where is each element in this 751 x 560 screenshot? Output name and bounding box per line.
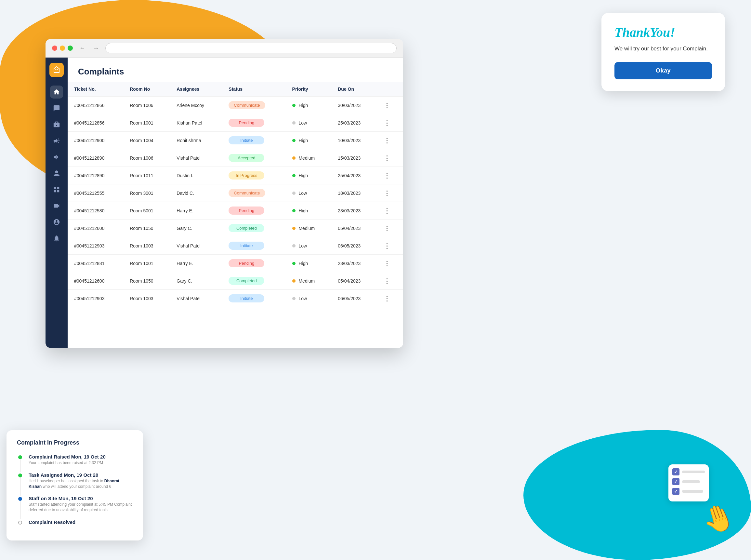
browser-chrome: ← → <box>45 39 403 58</box>
sidebar-item-user[interactable] <box>50 216 63 228</box>
cell-due: 05/04/2023 <box>331 220 377 237</box>
forward-button[interactable]: → <box>90 44 101 53</box>
sidebar-item-bell[interactable] <box>50 232 63 245</box>
cell-priority: Low <box>286 290 331 307</box>
main-content: Complaints Ticket No. Room No Assignees … <box>68 58 403 348</box>
timeline-content: Complaint Raised Mon, 19 Oct 20 Your com… <box>28 454 133 472</box>
timeline-line <box>20 459 20 472</box>
cell-more: ⋮ <box>377 237 403 255</box>
cell-status: Communicate <box>222 184 285 202</box>
sidebar-item-video[interactable] <box>50 199 63 212</box>
check-line-3 <box>682 490 703 493</box>
more-button[interactable]: ⋮ <box>384 242 391 250</box>
cell-more: ⋮ <box>377 167 403 184</box>
priority-dot <box>292 262 296 265</box>
sidebar-item-home[interactable] <box>50 85 63 99</box>
more-button[interactable]: ⋮ <box>384 137 391 144</box>
more-button[interactable]: ⋮ <box>384 224 391 232</box>
cell-status: Initiate <box>222 132 285 149</box>
table-row: #00451212881 Room 1001 Harry E. Pending … <box>68 255 403 272</box>
status-badge: Completed <box>228 277 264 285</box>
cell-assignee: Dustin I. <box>170 167 222 184</box>
address-bar[interactable] <box>105 43 397 53</box>
more-button[interactable]: ⋮ <box>384 260 391 267</box>
page-title: Complaints <box>78 67 393 77</box>
timeline-step-subtitle: Staff started attending your complaint a… <box>28 502 133 513</box>
timeline-step-title: Staff on Site Mon, 19 Oct 20 <box>28 496 133 501</box>
cell-room: Room 1011 <box>123 167 170 184</box>
status-badge: In Progress <box>228 172 264 180</box>
cell-assignee: Harry E. <box>170 202 222 220</box>
cell-ticket: #00451212903 <box>68 290 123 307</box>
col-actions <box>377 82 403 97</box>
more-button[interactable]: ⋮ <box>384 154 391 162</box>
sidebar <box>45 58 68 348</box>
priority-dot <box>292 244 296 247</box>
sidebar-item-grid[interactable] <box>50 183 63 196</box>
progress-card-title: Complaint In Progress <box>17 439 133 446</box>
timeline-left <box>17 496 23 519</box>
timeline-step-title: Complaint Raised Mon, 19 Oct 20 <box>28 454 133 460</box>
cell-due: 25/04/2023 <box>331 167 377 184</box>
cell-room: Room 1001 <box>123 255 170 272</box>
timeline-item: Complaint Raised Mon, 19 Oct 20 Your com… <box>17 454 133 472</box>
more-button[interactable]: ⋮ <box>384 189 391 197</box>
cell-assignee: Harry E. <box>170 255 222 272</box>
sidebar-item-megaphone2[interactable] <box>50 151 63 164</box>
more-button[interactable]: ⋮ <box>384 101 391 109</box>
timeline-line <box>20 477 20 496</box>
dot-red[interactable] <box>52 45 57 51</box>
sidebar-item-chat[interactable] <box>50 102 63 115</box>
table-header-row: Ticket No. Room No Assignees Status Prio… <box>68 82 403 97</box>
priority-dot <box>292 297 296 300</box>
status-badge: Communicate <box>228 189 265 197</box>
timeline-step-subtitle: Hed Housekeeper has assigned the task to… <box>28 478 133 489</box>
cell-due: 06/05/2023 <box>331 290 377 307</box>
timeline-item: Task Assigned Mon, 19 Oct 20 Hed Houseke… <box>17 472 133 496</box>
cell-assignee: David C. <box>170 184 222 202</box>
timeline-item: Complaint Resolved <box>17 519 133 532</box>
complaints-table: Ticket No. Room No Assignees Status Prio… <box>68 82 403 307</box>
more-button[interactable]: ⋮ <box>384 295 391 302</box>
okay-button[interactable]: Okay <box>614 62 712 79</box>
browser-nav: ← → <box>77 44 101 53</box>
priority-dot <box>292 192 296 195</box>
cell-more: ⋮ <box>377 272 403 290</box>
priority-dot <box>292 121 296 124</box>
timeline-left <box>17 454 23 472</box>
dot-green[interactable] <box>68 45 73 51</box>
timeline-content: Staff on Site Mon, 19 Oct 20 Staff start… <box>28 496 133 519</box>
cell-status: In Progress <box>222 167 285 184</box>
more-button[interactable]: ⋮ <box>384 277 391 285</box>
status-badge: Initiate <box>228 242 264 250</box>
more-button[interactable]: ⋮ <box>384 119 391 127</box>
table-row: #00451212600 Room 1050 Gary C. Completed… <box>68 272 403 290</box>
col-status: Status <box>222 82 285 97</box>
cell-status: Initiate <box>222 237 285 255</box>
table-row: #00451212866 Room 1006 Ariene Mccoy Comm… <box>68 97 403 114</box>
cell-status: Communicate <box>222 97 285 114</box>
col-ticket: Ticket No. <box>68 82 123 97</box>
cell-priority: Medium <box>286 220 331 237</box>
cell-ticket: #00451212600 <box>68 220 123 237</box>
status-badge: Completed <box>228 224 264 232</box>
dot-yellow[interactable] <box>60 45 65 51</box>
cell-room: Room 1003 <box>123 237 170 255</box>
back-button[interactable]: ← <box>77 44 88 53</box>
sidebar-logo <box>49 63 64 77</box>
cell-ticket: #00451212900 <box>68 132 123 149</box>
more-button[interactable]: ⋮ <box>384 172 391 180</box>
timeline-left <box>17 519 23 532</box>
cell-status: Accepted <box>222 149 285 167</box>
more-button[interactable]: ⋮ <box>384 207 391 215</box>
sidebar-item-briefcase[interactable] <box>50 118 63 131</box>
status-badge: Initiate <box>228 294 264 302</box>
sidebar-item-megaphone[interactable] <box>50 134 63 147</box>
sidebar-item-person[interactable] <box>50 167 63 180</box>
cell-more: ⋮ <box>377 290 403 307</box>
checklist-decoration: ✓ ✓ ✓ <box>668 464 709 501</box>
cell-ticket: #00451212890 <box>68 149 123 167</box>
cell-priority: High <box>286 167 331 184</box>
thankyou-message: We will try our best for your Complain. <box>614 44 712 53</box>
cell-priority: High <box>286 255 331 272</box>
